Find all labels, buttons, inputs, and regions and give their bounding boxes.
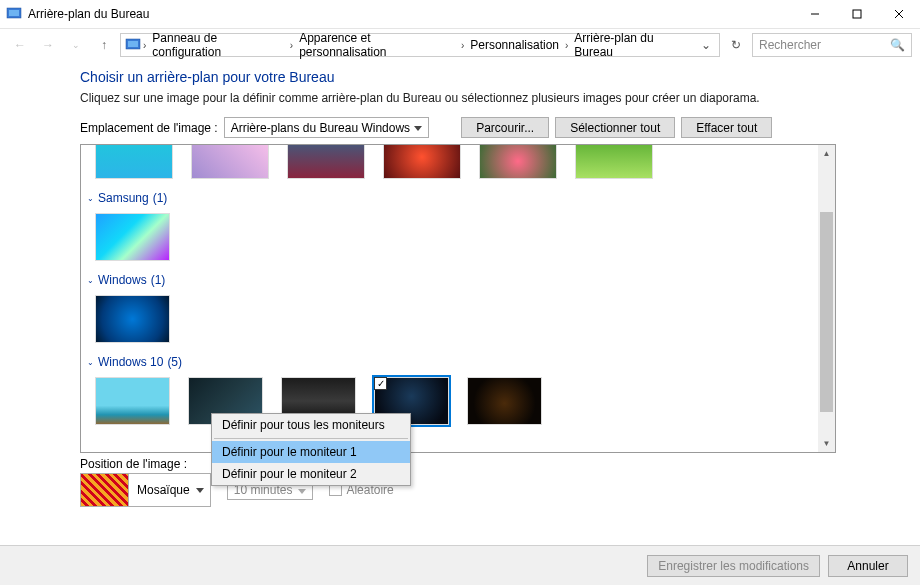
recent-dropdown[interactable]: ⌄ [64, 33, 88, 57]
position-select[interactable]: Mosaïque [80, 473, 211, 507]
page-title: Choisir un arrière-plan pour votre Burea… [80, 69, 920, 85]
group-count: (1) [153, 191, 168, 205]
wallpaper-thumbnail[interactable] [95, 144, 173, 179]
context-menu: Définir pour tous les moniteurs Définir … [211, 413, 411, 486]
clear-all-button[interactable]: Effacer tout [681, 117, 772, 138]
page-description: Cliquez sur une image pour la définir co… [80, 91, 920, 105]
breadcrumb-item[interactable]: Apparence et personnalisation [293, 31, 461, 59]
location-label: Emplacement de l'image : [80, 121, 218, 135]
maximize-button[interactable] [836, 0, 878, 28]
breadcrumb-item[interactable]: Arrière-plan du Bureau [568, 31, 697, 59]
thumbnail-checkbox[interactable]: ✓ [374, 377, 387, 390]
wallpaper-thumbnail[interactable] [191, 144, 269, 179]
app-icon [6, 6, 22, 22]
browse-button[interactable]: Parcourir... [461, 117, 549, 138]
position-preview-icon [81, 474, 129, 506]
dialog-footer: Enregistrer les modifications Annuler [0, 545, 920, 585]
wallpaper-thumbnail[interactable] [479, 144, 557, 179]
select-all-button[interactable]: Sélectionner tout [555, 117, 675, 138]
scroll-down-button[interactable]: ▼ [818, 435, 835, 452]
svg-rect-3 [853, 10, 861, 18]
context-separator [214, 438, 408, 439]
group-header-windows[interactable]: ⌄ Windows (1) [87, 273, 809, 287]
scroll-thumb[interactable] [820, 212, 833, 412]
location-select[interactable]: Arrière-plans du Bureau Windows [224, 117, 429, 138]
context-item-monitor-2[interactable]: Définir pour le moniteur 2 [212, 463, 410, 485]
back-button[interactable]: ← [8, 33, 32, 57]
refresh-button[interactable]: ↻ [724, 33, 748, 57]
wallpaper-thumbnail[interactable] [95, 213, 170, 261]
forward-button[interactable]: → [36, 33, 60, 57]
breadcrumb-dropdown-icon[interactable]: ⌄ [697, 38, 715, 52]
group-label: Samsung [98, 191, 149, 205]
scroll-track[interactable] [818, 162, 835, 435]
search-icon: 🔍 [890, 38, 905, 52]
close-button[interactable] [878, 0, 920, 28]
scroll-up-button[interactable]: ▲ [818, 145, 835, 162]
breadcrumb-item[interactable]: Personnalisation [464, 38, 565, 52]
window-title: Arrière-plan du Bureau [28, 7, 149, 21]
titlebar: Arrière-plan du Bureau [0, 0, 920, 29]
window-controls [794, 0, 920, 28]
group-header-windows10[interactable]: ⌄ Windows 10 (5) [87, 355, 809, 369]
context-item-all-monitors[interactable]: Définir pour tous les moniteurs [212, 414, 410, 436]
chevron-down-icon: ⌄ [87, 194, 94, 203]
group-count: (5) [167, 355, 182, 369]
position-value: Mosaïque [129, 483, 210, 497]
svg-rect-1 [9, 10, 19, 16]
wallpaper-gallery: ⌄ Samsung (1) ⌄ Windows (1) ⌄ Windows 10… [80, 144, 836, 453]
chevron-down-icon: ⌄ [87, 276, 94, 285]
minimize-button[interactable] [794, 0, 836, 28]
group-header-samsung[interactable]: ⌄ Samsung (1) [87, 191, 809, 205]
chevron-down-icon: ⌄ [87, 358, 94, 367]
scrollbar[interactable]: ▲ ▼ [818, 145, 835, 452]
wallpaper-thumbnail[interactable] [287, 144, 365, 179]
breadcrumb[interactable]: › Panneau de configuration › Apparence e… [120, 33, 720, 57]
navigation-row: ← → ⌄ ↑ › Panneau de configuration › App… [0, 29, 920, 61]
up-button[interactable]: ↑ [92, 33, 116, 57]
save-button[interactable]: Enregistrer les modifications [647, 555, 820, 577]
position-label: Position de l'image : [80, 457, 211, 471]
wallpaper-thumbnail[interactable] [575, 144, 653, 179]
cancel-button[interactable]: Annuler [828, 555, 908, 577]
svg-rect-7 [128, 41, 138, 47]
wallpaper-thumbnail[interactable] [95, 377, 170, 425]
breadcrumb-icon [125, 37, 141, 53]
wallpaper-thumbnail[interactable] [467, 377, 542, 425]
breadcrumb-item[interactable]: Panneau de configuration [146, 31, 289, 59]
wallpaper-thumbnail[interactable] [383, 144, 461, 179]
search-input[interactable]: Rechercher 🔍 [752, 33, 912, 57]
group-count: (1) [151, 273, 166, 287]
group-label: Windows 10 [98, 355, 163, 369]
search-placeholder: Rechercher [759, 38, 821, 52]
wallpaper-thumbnail[interactable] [95, 295, 170, 343]
group-label: Windows [98, 273, 147, 287]
context-item-monitor-1[interactable]: Définir pour le moniteur 1 [212, 441, 410, 463]
